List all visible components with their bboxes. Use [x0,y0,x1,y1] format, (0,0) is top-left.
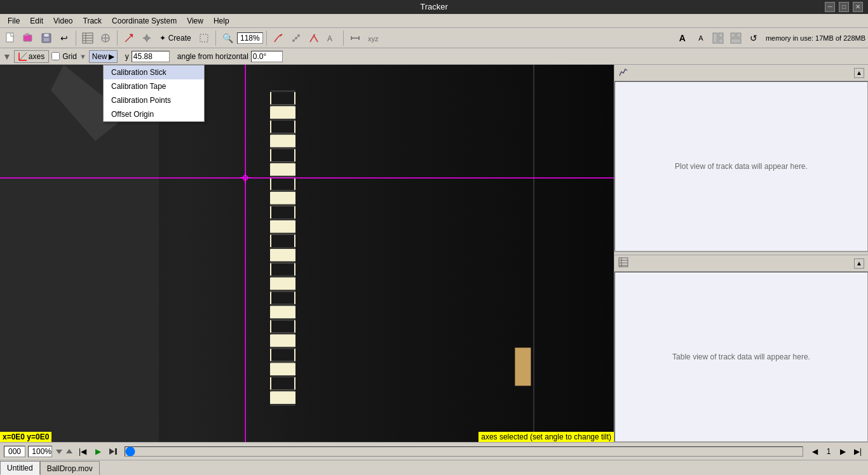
create-button[interactable]: ✦ Create [156,30,194,46]
restore-button[interactable]: □ [839,2,849,12]
go-start-button[interactable]: |◀ [76,445,89,458]
video-canvas[interactable] [0,65,614,442]
menu-edit[interactable]: Edit [25,15,48,27]
svg-text:A: A [327,34,332,43]
separator-4 [266,30,267,46]
vertical-crosshair [245,65,246,442]
font-increase[interactable]: A [673,30,692,46]
table-view-button[interactable] [79,30,96,46]
new-dropdown-button[interactable]: New ▶ [89,50,118,63]
undo-button[interactable]: ↩ [56,30,72,46]
open-file-button[interactable] [20,30,37,46]
frame-number-input[interactable] [4,446,25,457]
tab-balldrop[interactable]: BallDrop.mov [40,461,100,475]
table-panel-content: Table view of track data will appear her… [614,272,868,442]
svg-marker-43 [66,449,72,453]
tracks-button[interactable] [97,30,114,46]
font-decrease[interactable]: A [693,30,709,46]
svg-rect-0 [6,33,13,42]
video-controls: |◀ ▶ ◀ 1 ▶ ▶| [0,442,868,460]
stepper-down[interactable] [55,447,64,456]
zoom-level: 118% [237,32,263,44]
plot-icon [618,67,628,79]
track-tool-4[interactable]: A [323,30,340,46]
next-frame-button[interactable]: ▶ [836,445,849,458]
tab-untitled[interactable]: Untitled [0,461,40,475]
layout-btn2[interactable] [728,30,744,46]
refresh-button[interactable]: ↺ [745,30,762,46]
close-button[interactable]: ✕ [853,2,863,12]
new-file-button[interactable] [3,30,19,46]
layout-btn1[interactable] [710,30,726,46]
plot-panel-content: Plot view of track data will appear here… [614,81,868,251]
menu-item-calibration-tape[interactable]: Calibration Tape [104,79,204,93]
bottom-tabs: Untitled BallDrop.mov [0,460,868,475]
stepper-up[interactable] [65,447,74,456]
toolbar: ↩ ✦ Create 🔍 118% A xyz A A [0,28,868,48]
track-tool-1[interactable] [270,30,287,46]
video-panel[interactable]: x=0E0 y=0E0 axes selected (set angle to … [0,65,614,442]
svg-rect-31 [731,33,735,37]
calib-tool[interactable] [347,30,363,46]
table-panel-header: ▲ [614,255,868,272]
svg-rect-45 [115,448,117,455]
current-frame: 1 [824,447,834,456]
axes-label: axes [29,52,44,61]
svg-rect-4 [44,38,49,41]
step-forward-button[interactable] [107,445,119,458]
axes-toggle[interactable]: axes [14,50,49,63]
horizontal-crosshair [0,178,614,178]
right-panel: ▲ Plot view of track data will appear he… [614,65,868,442]
table-placeholder: Table view of track data will appear her… [672,352,810,361]
prev-frame-button[interactable]: ◀ [808,445,821,458]
app-title: Tracker [420,2,448,11]
menu-coordinate-system[interactable]: Coordinate System [107,15,182,27]
track-tool-2[interactable] [288,30,304,46]
menu-item-calibration-stick[interactable]: Calibration Stick [104,65,204,79]
track-tool-3[interactable] [306,30,322,46]
zoom-button[interactable]: 🔍 [219,30,236,46]
plot-panel-header: ▲ [614,65,868,81]
plus-tool[interactable] [139,30,155,46]
region-button[interactable] [196,30,212,46]
table-icon [618,257,628,269]
grid-label: Grid [62,52,77,61]
memory-info: memory in use: 17MB of 228MB [766,34,865,42]
go-end-button[interactable]: ▶| [851,445,864,458]
titlebar: Tracker ─ □ ✕ [0,0,868,14]
separator-3 [215,30,216,46]
svg-rect-30 [719,39,723,43]
menu-file[interactable]: File [3,15,25,27]
status-axes: axes selected (set angle to change tilt) [478,432,614,442]
menu-item-offset-origin[interactable]: Offset Origin [104,107,204,121]
plot-panel: ▲ Plot view of track data will appear he… [614,65,868,251]
table-panel: ▲ Table view of track data will appear h… [614,255,868,442]
separator-5 [343,30,344,46]
arrow-tool[interactable] [121,30,137,46]
menu-track[interactable]: Track [78,15,107,27]
timeline-scrubber[interactable] [125,446,803,457]
table-panel-collapse[interactable]: ▲ [854,258,864,269]
grid-checkbox[interactable] [51,52,60,60]
dropdown-menu: Calibration Stick Calibration Tape Calib… [103,65,205,122]
menubar: File Edit Video Track Coordinate System … [0,14,868,28]
save-button[interactable] [38,30,55,46]
world-tool[interactable]: xyz [365,30,381,46]
angle-label: angle from horizontal [177,52,248,61]
status-coords: x=0E0 y=0E0 [0,432,51,442]
speed-input[interactable] [28,446,52,457]
plot-placeholder: Plot view of track data will appear here… [675,162,808,171]
menu-item-calibration-points[interactable]: Calibration Points [104,93,204,107]
minimize-button[interactable]: ─ [825,2,835,12]
play-button[interactable]: ▶ [92,445,104,458]
menu-help[interactable]: Help [208,15,234,27]
svg-rect-28 [713,33,717,43]
y-value-input[interactable] [132,51,170,62]
svg-rect-32 [736,33,741,37]
menu-video[interactable]: Video [48,15,78,27]
angle-input[interactable] [251,51,283,62]
plot-panel-collapse[interactable]: ▲ [854,68,864,78]
separator-2 [117,30,118,46]
menu-view[interactable]: View [182,15,208,27]
svg-marker-42 [56,450,62,454]
